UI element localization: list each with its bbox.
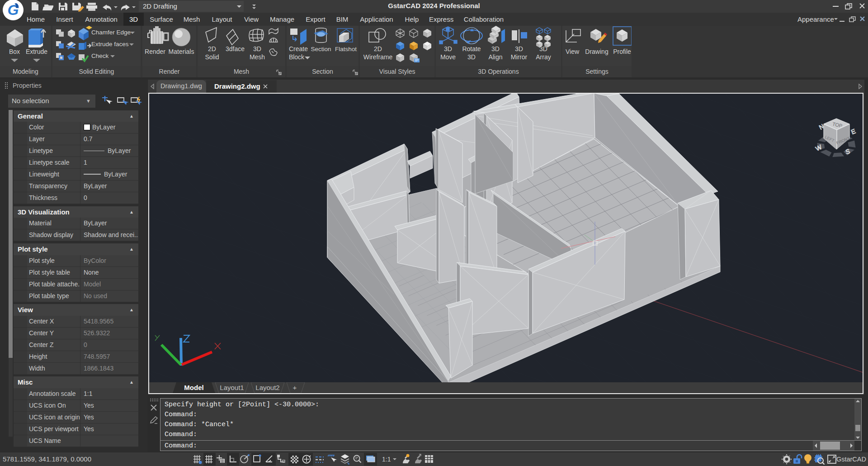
svg-text:Mirror: Mirror [511,53,528,61]
svg-text:3D: 3D [539,45,547,52]
svg-text:2D Drafting: 2D Drafting [143,2,177,10]
svg-text:Block: Block [289,53,305,61]
svg-text:1:1: 1:1 [382,456,391,463]
svg-text:+: + [293,384,297,391]
svg-text:Check: Check [91,52,109,59]
svg-text:3D: 3D [515,45,523,52]
svg-text:Rotate: Rotate [462,45,481,52]
svg-text:Extrude: Extrude [26,48,47,55]
svg-text:2D: 2D [374,45,382,52]
svg-text:3D: 3D [467,53,476,61]
svg-text:Section: Section [311,46,331,52]
svg-text:3D: 3D [253,45,261,52]
svg-text:Solid: Solid [205,53,219,61]
svg-text:Wireframe: Wireframe [363,53,393,61]
svg-text:Model: Model [184,384,203,391]
svg-text:3D: 3D [491,45,500,52]
svg-text:Layout1: Layout1 [220,384,244,391]
svg-text:3D: 3D [444,45,452,52]
svg-text:Move: Move [440,53,456,61]
svg-text:Extrude faces: Extrude faces [91,41,129,48]
svg-text:Box: Box [9,48,20,55]
svg-text:Align: Align [488,53,502,61]
svg-text:E: E [850,127,857,135]
svg-text:Drawing: Drawing [585,48,608,55]
svg-text:2D: 2D [208,45,216,52]
svg-text:Render: Render [145,48,165,55]
svg-text:Mesh: Mesh [250,53,265,61]
svg-text:Layout2: Layout2 [255,384,279,391]
svg-text:Profile: Profile [613,48,631,55]
svg-text:Flatshot: Flatshot [335,46,357,52]
svg-text:Chamfer Edge: Chamfer Edge [91,29,131,36]
svg-text:Create: Create [289,45,308,52]
svg-text:Array: Array [536,53,551,61]
svg-text:View: View [566,48,580,55]
svg-text:3dface: 3dface [226,45,245,52]
svg-text:Materials: Materials [169,48,194,55]
